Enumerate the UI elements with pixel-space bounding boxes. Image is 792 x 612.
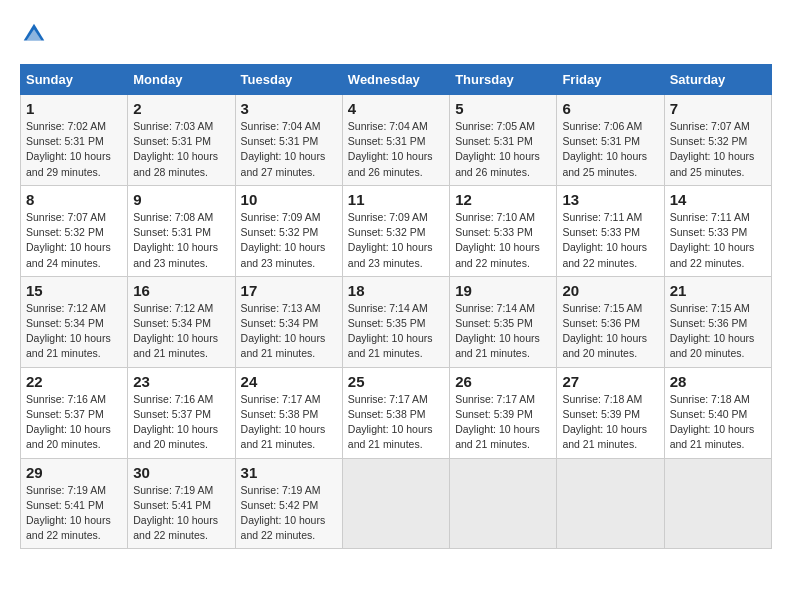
day-number: 22 <box>26 373 122 390</box>
day-cell: 1Sunrise: 7:02 AMSunset: 5:31 PMDaylight… <box>21 95 128 186</box>
day-cell: 29Sunrise: 7:19 AMSunset: 5:41 PMDayligh… <box>21 458 128 549</box>
day-info: Sunrise: 7:07 AMSunset: 5:32 PMDaylight:… <box>26 210 122 271</box>
day-cell: 23Sunrise: 7:16 AMSunset: 5:37 PMDayligh… <box>128 367 235 458</box>
day-info: Sunrise: 7:17 AMSunset: 5:39 PMDaylight:… <box>455 392 551 453</box>
day-number: 4 <box>348 100 444 117</box>
day-number: 14 <box>670 191 766 208</box>
header-saturday: Saturday <box>664 65 771 95</box>
day-info: Sunrise: 7:17 AMSunset: 5:38 PMDaylight:… <box>348 392 444 453</box>
day-number: 2 <box>133 100 229 117</box>
day-cell: 28Sunrise: 7:18 AMSunset: 5:40 PMDayligh… <box>664 367 771 458</box>
day-info: Sunrise: 7:19 AMSunset: 5:41 PMDaylight:… <box>133 483 229 544</box>
day-number: 5 <box>455 100 551 117</box>
day-info: Sunrise: 7:09 AMSunset: 5:32 PMDaylight:… <box>348 210 444 271</box>
day-info: Sunrise: 7:11 AMSunset: 5:33 PMDaylight:… <box>670 210 766 271</box>
day-number: 15 <box>26 282 122 299</box>
day-number: 8 <box>26 191 122 208</box>
day-info: Sunrise: 7:02 AMSunset: 5:31 PMDaylight:… <box>26 119 122 180</box>
day-cell: 30Sunrise: 7:19 AMSunset: 5:41 PMDayligh… <box>128 458 235 549</box>
day-cell: 12Sunrise: 7:10 AMSunset: 5:33 PMDayligh… <box>450 185 557 276</box>
day-cell: 31Sunrise: 7:19 AMSunset: 5:42 PMDayligh… <box>235 458 342 549</box>
day-number: 21 <box>670 282 766 299</box>
day-number: 3 <box>241 100 337 117</box>
day-number: 13 <box>562 191 658 208</box>
day-cell: 5Sunrise: 7:05 AMSunset: 5:31 PMDaylight… <box>450 95 557 186</box>
day-info: Sunrise: 7:03 AMSunset: 5:31 PMDaylight:… <box>133 119 229 180</box>
header-wednesday: Wednesday <box>342 65 449 95</box>
day-number: 9 <box>133 191 229 208</box>
day-cell: 19Sunrise: 7:14 AMSunset: 5:35 PMDayligh… <box>450 276 557 367</box>
header-friday: Friday <box>557 65 664 95</box>
day-info: Sunrise: 7:09 AMSunset: 5:32 PMDaylight:… <box>241 210 337 271</box>
header-sunday: Sunday <box>21 65 128 95</box>
day-number: 24 <box>241 373 337 390</box>
day-cell <box>342 458 449 549</box>
day-number: 11 <box>348 191 444 208</box>
day-number: 17 <box>241 282 337 299</box>
day-number: 29 <box>26 464 122 481</box>
day-number: 23 <box>133 373 229 390</box>
day-cell: 20Sunrise: 7:15 AMSunset: 5:36 PMDayligh… <box>557 276 664 367</box>
day-info: Sunrise: 7:05 AMSunset: 5:31 PMDaylight:… <box>455 119 551 180</box>
day-cell: 2Sunrise: 7:03 AMSunset: 5:31 PMDaylight… <box>128 95 235 186</box>
day-cell <box>557 458 664 549</box>
day-info: Sunrise: 7:18 AMSunset: 5:39 PMDaylight:… <box>562 392 658 453</box>
day-number: 19 <box>455 282 551 299</box>
day-info: Sunrise: 7:15 AMSunset: 5:36 PMDaylight:… <box>562 301 658 362</box>
day-cell: 17Sunrise: 7:13 AMSunset: 5:34 PMDayligh… <box>235 276 342 367</box>
day-cell: 7Sunrise: 7:07 AMSunset: 5:32 PMDaylight… <box>664 95 771 186</box>
day-info: Sunrise: 7:14 AMSunset: 5:35 PMDaylight:… <box>455 301 551 362</box>
day-cell: 27Sunrise: 7:18 AMSunset: 5:39 PMDayligh… <box>557 367 664 458</box>
day-cell: 24Sunrise: 7:17 AMSunset: 5:38 PMDayligh… <box>235 367 342 458</box>
day-cell <box>450 458 557 549</box>
day-cell <box>664 458 771 549</box>
logo-icon <box>20 20 48 48</box>
header-row: SundayMondayTuesdayWednesdayThursdayFrid… <box>21 65 772 95</box>
day-info: Sunrise: 7:16 AMSunset: 5:37 PMDaylight:… <box>133 392 229 453</box>
day-number: 16 <box>133 282 229 299</box>
day-info: Sunrise: 7:19 AMSunset: 5:42 PMDaylight:… <box>241 483 337 544</box>
day-cell: 11Sunrise: 7:09 AMSunset: 5:32 PMDayligh… <box>342 185 449 276</box>
day-info: Sunrise: 7:18 AMSunset: 5:40 PMDaylight:… <box>670 392 766 453</box>
day-info: Sunrise: 7:13 AMSunset: 5:34 PMDaylight:… <box>241 301 337 362</box>
day-cell: 25Sunrise: 7:17 AMSunset: 5:38 PMDayligh… <box>342 367 449 458</box>
day-info: Sunrise: 7:17 AMSunset: 5:38 PMDaylight:… <box>241 392 337 453</box>
week-row-5: 29Sunrise: 7:19 AMSunset: 5:41 PMDayligh… <box>21 458 772 549</box>
day-number: 10 <box>241 191 337 208</box>
page-header <box>20 20 772 48</box>
day-info: Sunrise: 7:11 AMSunset: 5:33 PMDaylight:… <box>562 210 658 271</box>
day-info: Sunrise: 7:14 AMSunset: 5:35 PMDaylight:… <box>348 301 444 362</box>
calendar-table: SundayMondayTuesdayWednesdayThursdayFrid… <box>20 64 772 549</box>
day-info: Sunrise: 7:07 AMSunset: 5:32 PMDaylight:… <box>670 119 766 180</box>
day-number: 30 <box>133 464 229 481</box>
day-cell: 21Sunrise: 7:15 AMSunset: 5:36 PMDayligh… <box>664 276 771 367</box>
week-row-2: 8Sunrise: 7:07 AMSunset: 5:32 PMDaylight… <box>21 185 772 276</box>
day-number: 28 <box>670 373 766 390</box>
header-tuesday: Tuesday <box>235 65 342 95</box>
day-info: Sunrise: 7:12 AMSunset: 5:34 PMDaylight:… <box>26 301 122 362</box>
day-cell: 15Sunrise: 7:12 AMSunset: 5:34 PMDayligh… <box>21 276 128 367</box>
day-info: Sunrise: 7:10 AMSunset: 5:33 PMDaylight:… <box>455 210 551 271</box>
day-info: Sunrise: 7:08 AMSunset: 5:31 PMDaylight:… <box>133 210 229 271</box>
day-cell: 10Sunrise: 7:09 AMSunset: 5:32 PMDayligh… <box>235 185 342 276</box>
day-number: 20 <box>562 282 658 299</box>
day-info: Sunrise: 7:12 AMSunset: 5:34 PMDaylight:… <box>133 301 229 362</box>
day-number: 25 <box>348 373 444 390</box>
day-info: Sunrise: 7:19 AMSunset: 5:41 PMDaylight:… <box>26 483 122 544</box>
day-number: 26 <box>455 373 551 390</box>
day-number: 31 <box>241 464 337 481</box>
day-number: 6 <box>562 100 658 117</box>
day-cell: 22Sunrise: 7:16 AMSunset: 5:37 PMDayligh… <box>21 367 128 458</box>
week-row-3: 15Sunrise: 7:12 AMSunset: 5:34 PMDayligh… <box>21 276 772 367</box>
day-number: 18 <box>348 282 444 299</box>
day-cell: 18Sunrise: 7:14 AMSunset: 5:35 PMDayligh… <box>342 276 449 367</box>
week-row-1: 1Sunrise: 7:02 AMSunset: 5:31 PMDaylight… <box>21 95 772 186</box>
logo <box>20 20 52 48</box>
day-cell: 8Sunrise: 7:07 AMSunset: 5:32 PMDaylight… <box>21 185 128 276</box>
day-info: Sunrise: 7:15 AMSunset: 5:36 PMDaylight:… <box>670 301 766 362</box>
day-cell: 14Sunrise: 7:11 AMSunset: 5:33 PMDayligh… <box>664 185 771 276</box>
day-cell: 13Sunrise: 7:11 AMSunset: 5:33 PMDayligh… <box>557 185 664 276</box>
header-thursday: Thursday <box>450 65 557 95</box>
day-info: Sunrise: 7:04 AMSunset: 5:31 PMDaylight:… <box>348 119 444 180</box>
day-number: 1 <box>26 100 122 117</box>
